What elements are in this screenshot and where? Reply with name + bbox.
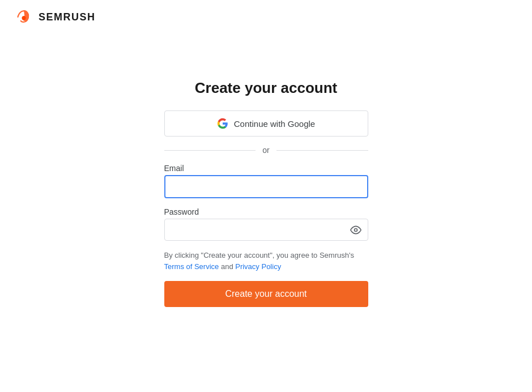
- logo-text: SEMRUSH: [39, 11, 96, 23]
- terms-text: By clicking "Create your account", you a…: [164, 250, 368, 272]
- logo: SEMRUSH: [14, 9, 96, 25]
- continue-with-google-button[interactable]: Continue with Google: [164, 110, 368, 137]
- page-title: Create your account: [164, 79, 368, 97]
- divider: or: [164, 146, 368, 155]
- divider-text: or: [262, 146, 269, 155]
- divider-line-right: [276, 150, 368, 151]
- main-content: Create your account Continue with Google…: [0, 34, 532, 307]
- divider-line-left: [164, 150, 256, 151]
- password-input[interactable]: [164, 219, 368, 241]
- privacy-policy-link[interactable]: Privacy Policy: [235, 262, 281, 271]
- email-label: Email: [164, 164, 368, 173]
- toggle-password-icon[interactable]: [350, 224, 361, 236]
- terms-text-before: By clicking "Create your account", you a…: [164, 251, 354, 259]
- create-account-button[interactable]: Create your account: [164, 281, 368, 307]
- svg-point-0: [22, 16, 26, 20]
- semrush-flame-icon: [14, 9, 34, 25]
- email-field-group: Email: [164, 164, 368, 198]
- svg-point-1: [354, 228, 357, 231]
- terms-of-service-link[interactable]: Terms of Service: [164, 262, 219, 271]
- password-field-group: Password: [164, 207, 368, 241]
- google-g-icon: [217, 118, 228, 129]
- password-wrapper: [164, 219, 368, 241]
- terms-text-middle: and: [219, 262, 235, 271]
- google-button-label: Continue with Google: [234, 119, 315, 129]
- form-container: Create your account Continue with Google…: [164, 79, 368, 307]
- password-label: Password: [164, 207, 368, 216]
- email-input[interactable]: [164, 175, 368, 198]
- header: SEMRUSH: [0, 0, 532, 34]
